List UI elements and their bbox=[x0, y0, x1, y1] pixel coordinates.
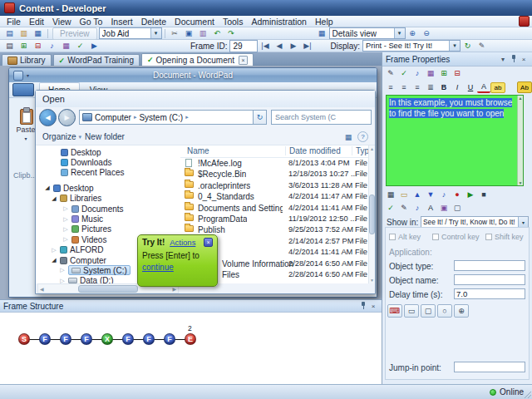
align-center-icon[interactable]: ≡ bbox=[397, 81, 411, 93]
breadcrumb-drive[interactable]: System (C:) bbox=[139, 113, 183, 122]
chevron-down-icon[interactable]: ▾ bbox=[449, 41, 460, 51]
tree-item-desktop-favorite[interactable]: Desktop bbox=[36, 147, 180, 157]
wordpad-titlebar[interactable]: ▾ Document - WordPad bbox=[9, 68, 377, 82]
tree-item-libraries[interactable]: ◢Libraries bbox=[36, 194, 180, 204]
resize-grip[interactable] bbox=[523, 390, 531, 398]
expander-icon[interactable]: ◢ bbox=[44, 185, 51, 191]
folder-icon[interactable]: ▭ bbox=[397, 189, 411, 200]
preview-button[interactable]: Preview bbox=[52, 27, 97, 40]
column-header-date-modified[interactable]: Date modified bbox=[285, 146, 341, 155]
tree-item-desktop-root[interactable]: ◢Desktop bbox=[36, 183, 180, 193]
tab-wordpad-training[interactable]: ✓ WordPad Training bbox=[53, 54, 140, 66]
scroll-left-icon[interactable]: ◀ bbox=[40, 286, 44, 292]
expander-icon[interactable]: ▷ bbox=[51, 247, 57, 254]
close-icon[interactable]: × bbox=[368, 301, 378, 311]
breadcrumb-computer[interactable]: Computer bbox=[95, 113, 131, 122]
alt-key-checkbox[interactable]: Alt key bbox=[389, 233, 421, 241]
capture-screen-icon[interactable]: ▦ bbox=[384, 189, 397, 200]
file-row[interactable]: Documents and Settings4/2/2014 11:41 AMF… bbox=[180, 203, 368, 214]
vertical-scrollbar[interactable]: ▲ ▼ bbox=[368, 145, 375, 283]
help-icon[interactable]: ? bbox=[357, 131, 368, 142]
menu-administration[interactable]: Administration bbox=[247, 16, 311, 27]
image-icon[interactable]: ▦ bbox=[60, 41, 72, 52]
display-mode-combobox[interactable]: Print - See It! Try It! ▾ bbox=[362, 40, 461, 52]
redo-icon[interactable]: ↷ bbox=[225, 28, 238, 39]
menu-help[interactable]: Help bbox=[311, 16, 337, 27]
checkbox-icon[interactable] bbox=[389, 234, 396, 240]
edit-icon[interactable]: ✎ bbox=[384, 67, 397, 79]
bubble-text-editor[interactable]: In this example, you must browse to find… bbox=[386, 95, 524, 186]
region-action-icon[interactable]: ▢ bbox=[421, 304, 436, 318]
frame-node-end[interactable]: E bbox=[185, 333, 196, 345]
file-row[interactable]: .oracleprinters3/6/2013 11:28 AMFile f bbox=[180, 180, 368, 191]
tree-item-documents[interactable]: ▷Documents bbox=[36, 204, 180, 214]
menu-file[interactable]: File bbox=[2, 16, 25, 27]
spellcheck-icon[interactable]: ✓ bbox=[74, 41, 86, 52]
actions-link[interactable]: Actions bbox=[170, 238, 195, 247]
organize-button[interactable]: Organize ▾ bbox=[42, 132, 81, 141]
align-left-icon[interactable]: ≡ bbox=[384, 81, 397, 93]
scroll-up-icon[interactable]: ▲ bbox=[519, 96, 523, 101]
scroll-down-icon[interactable]: ▼ bbox=[519, 180, 523, 186]
expander-icon[interactable]: ▷ bbox=[59, 278, 66, 283]
menu-document[interactable]: Document bbox=[170, 16, 219, 27]
breadcrumb[interactable]: Computer ▸ System (C:) ▸ bbox=[79, 110, 254, 125]
first-frame-icon[interactable]: |◀ bbox=[259, 41, 271, 52]
scrollbar-thumb[interactable] bbox=[78, 285, 138, 293]
image-icon[interactable]: ▦ bbox=[424, 67, 437, 79]
expander-icon[interactable]: ▷ bbox=[62, 226, 69, 233]
next-frame-icon[interactable]: ▶ bbox=[287, 41, 299, 52]
bullet-list-icon[interactable]: ≣ bbox=[424, 81, 437, 93]
shift-key-checkbox[interactable]: Shift key bbox=[485, 233, 524, 241]
sound-icon[interactable]: ♪ bbox=[411, 67, 424, 79]
region-icon[interactable]: ▢ bbox=[451, 202, 464, 214]
expander-icon[interactable]: ▷ bbox=[62, 205, 69, 212]
text-icon[interactable]: A bbox=[424, 202, 437, 214]
expander-icon[interactable]: ▷ bbox=[59, 267, 66, 273]
scroll-up-icon[interactable]: ▲ bbox=[370, 146, 374, 151]
open-icon[interactable]: ▥ bbox=[17, 28, 30, 39]
close-icon[interactable]: × bbox=[519, 54, 529, 64]
play-frame-icon[interactable]: ▶ bbox=[88, 41, 101, 52]
edit-icon[interactable]: ✎ bbox=[475, 41, 488, 52]
edit-icon[interactable]: ✎ bbox=[397, 202, 411, 214]
scrollbar-thumb[interactable] bbox=[369, 195, 375, 234]
delete-frame-icon[interactable]: ⊟ bbox=[32, 41, 44, 52]
menu-view[interactable]: View bbox=[48, 16, 76, 27]
views-icon[interactable]: ▦ bbox=[342, 131, 354, 142]
image-icon[interactable]: ▣ bbox=[437, 202, 451, 214]
frame-node[interactable]: F bbox=[81, 333, 92, 345]
object-type-field[interactable] bbox=[454, 260, 525, 271]
refresh-icon[interactable]: ↻ bbox=[461, 41, 474, 52]
underline-icon[interactable]: U bbox=[464, 81, 477, 93]
tree-item-downloads[interactable]: Downloads bbox=[36, 157, 180, 167]
save-icon[interactable]: ▦ bbox=[32, 28, 44, 39]
keyboard-icon[interactable]: ⌨ bbox=[387, 304, 402, 318]
properties-icon[interactable]: ▤ bbox=[3, 41, 16, 52]
chevron-down-icon[interactable]: ▾ bbox=[150, 28, 161, 38]
tree-item-recent-places[interactable]: Recent Places bbox=[36, 168, 180, 178]
show-in-combobox[interactable]: See It! / Try It!, Know It!, Do It! ▾ bbox=[421, 216, 529, 228]
control-key-checkbox[interactable]: Control key bbox=[432, 233, 480, 241]
chevron-down-icon[interactable]: ▾ bbox=[518, 217, 528, 227]
last-frame-icon[interactable]: ▶| bbox=[301, 41, 313, 52]
breadcrumb-arrow-icon[interactable]: ▸ bbox=[134, 114, 137, 121]
stop-icon[interactable]: ■ bbox=[477, 189, 490, 200]
close-icon[interactable]: × bbox=[204, 238, 213, 247]
italic-icon[interactable]: I bbox=[451, 81, 464, 93]
frame-node-start[interactable]: S bbox=[18, 333, 30, 345]
move-up-icon[interactable]: ▲ bbox=[411, 189, 424, 200]
object-name-field[interactable] bbox=[454, 274, 525, 285]
menu-goto[interactable]: Go To bbox=[76, 16, 107, 27]
new-document-icon[interactable]: ▤ bbox=[3, 28, 16, 39]
file-row[interactable]: !McAfee.log8/1/2013 4:04 PMFile bbox=[180, 158, 368, 169]
frame-node[interactable]: F bbox=[143, 333, 155, 345]
delay-time-field[interactable]: 7.0 bbox=[454, 288, 525, 299]
frame-id-field[interactable]: 29 bbox=[229, 40, 258, 52]
frame-node-current[interactable]: X bbox=[101, 333, 113, 345]
font-color-icon[interactable]: A bbox=[477, 82, 490, 93]
tab-library[interactable]: Library bbox=[2, 54, 52, 66]
bold-icon[interactable]: B bbox=[437, 81, 451, 93]
menu-edit[interactable]: Edit bbox=[25, 16, 48, 27]
translate-icon[interactable]: Ab bbox=[517, 81, 532, 93]
